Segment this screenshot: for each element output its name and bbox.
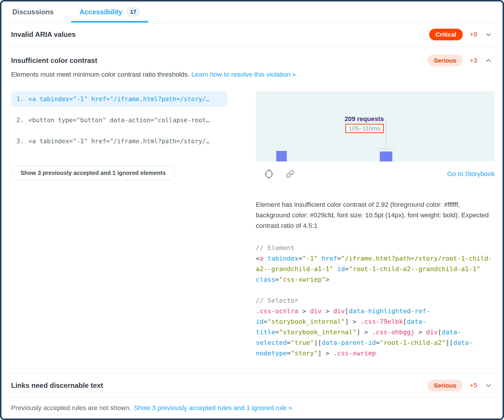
go-to-storybook-link[interactable]: Go to Storybook bbox=[447, 170, 495, 178]
extra-count: +3 bbox=[470, 57, 477, 64]
element-code-line: <a tabindex="-1" href="/iframe.html?path… bbox=[256, 253, 495, 285]
section-columns: 1. <a tabindex="-1" href="/iframe.html?p… bbox=[11, 91, 493, 359]
tooltip-pointer-line bbox=[386, 116, 386, 149]
tab-discussions-label: Discussions bbox=[12, 8, 53, 16]
element-code-section: // Element <a tabindex="-1" href="/ifram… bbox=[256, 243, 495, 285]
chevron-up-icon[interactable] bbox=[484, 56, 493, 65]
rule-description: Elements must meet minimum color contras… bbox=[11, 71, 493, 78]
rule-row-links-text[interactable]: Links need discernable text Serious +5 bbox=[1, 373, 503, 397]
accessibility-panel: Discussions Accessibility 17 Invalid ARI… bbox=[0, 0, 504, 420]
footer-text: Previously accepted rules are not shown. bbox=[11, 404, 131, 412]
critical-badge: Critical bbox=[429, 29, 463, 40]
severity-group: Serious +5 bbox=[427, 380, 493, 391]
serious-badge: Serious bbox=[427, 55, 463, 66]
extra-count: +5 bbox=[470, 382, 477, 389]
element-list-column: 1. <a tabindex="-1" href="/iframe.html?p… bbox=[11, 91, 227, 359]
section-header[interactable]: Insufficient color contrast Serious +3 bbox=[11, 47, 493, 68]
element-code: <button type="button" data-action="colla… bbox=[28, 117, 210, 124]
tab-bar: Discussions Accessibility 17 bbox=[1, 1, 503, 23]
show-accepted-button[interactable]: Show 3 previously accepted and 1 ignored… bbox=[11, 166, 175, 180]
story-preview: 209 requests 105–110ms bbox=[256, 91, 495, 161]
rule-title: Invalid ARIA values bbox=[11, 30, 76, 39]
element-list-item[interactable]: 2. <button type="button" data-action="co… bbox=[11, 112, 227, 128]
element-number: 3. bbox=[16, 138, 24, 145]
rule-description-text: Elements must meet minimum color contras… bbox=[11, 71, 189, 78]
chevron-down-icon[interactable] bbox=[484, 30, 493, 39]
footer: Previously accepted rules are not shown.… bbox=[1, 397, 503, 419]
element-comment: // Element bbox=[256, 243, 495, 253]
tooltip-title: 209 requests bbox=[256, 115, 384, 123]
accessibility-count-badge: 17 bbox=[126, 7, 140, 17]
extra-count: +9 bbox=[470, 31, 477, 38]
severity-group: Serious +3 bbox=[427, 55, 493, 66]
chart-bar bbox=[380, 152, 392, 161]
selector-code-section: // Selector .css-ocnlra > div > div[data… bbox=[256, 295, 495, 359]
chevron-down-icon[interactable] bbox=[484, 381, 493, 390]
rule-title: Links need discernable text bbox=[11, 381, 103, 390]
rule-title: Insufficient color contrast bbox=[11, 56, 97, 65]
learn-how-link[interactable]: Learn how to resolve this violation » bbox=[191, 71, 296, 78]
selector-comment: // Selector bbox=[256, 295, 495, 306]
violation-detail-column: 209 requests 105–110ms bbox=[256, 91, 495, 359]
preview-toolbar: Go to Storybook bbox=[256, 169, 495, 179]
severity-group: Critical +9 bbox=[429, 29, 493, 40]
element-list-item[interactable]: 1. <a tabindex="-1" href="/iframe.html?p… bbox=[11, 91, 227, 107]
section-color-contrast: Insufficient color contrast Serious +3 E… bbox=[1, 47, 503, 373]
highlighted-violation-element: 105–110ms bbox=[345, 124, 384, 133]
violation-code-block: // Element <a tabindex="-1" href="/ifram… bbox=[256, 243, 495, 359]
element-list-item[interactable]: 3. <a tabindex="-1" href="/iframe.html?p… bbox=[11, 133, 227, 149]
chart-bar bbox=[276, 151, 287, 161]
tab-discussions[interactable]: Discussions bbox=[11, 1, 55, 22]
crosshair-icon[interactable] bbox=[264, 169, 274, 179]
link-icon[interactable] bbox=[285, 169, 295, 179]
tab-accessibility-label: Accessibility bbox=[79, 8, 122, 16]
rule-row-invalid-aria[interactable]: Invalid ARIA values Critical +9 bbox=[1, 23, 503, 47]
element-number: 2. bbox=[16, 117, 24, 124]
element-code: <a tabindex="-1" href="/iframe.html?path… bbox=[28, 96, 210, 103]
violation-detail-text: Element has insufficient color contrast … bbox=[256, 199, 495, 231]
tab-accessibility[interactable]: Accessibility 17 bbox=[71, 1, 148, 22]
element-number: 1. bbox=[16, 96, 24, 103]
show-accepted-rules-link[interactable]: Show 3 previously accepted rules and 1 i… bbox=[134, 404, 292, 412]
element-code: <a tabindex="-1" href="/iframe.html?path… bbox=[28, 138, 210, 145]
bar-cap bbox=[378, 148, 394, 149]
serious-badge: Serious bbox=[427, 380, 463, 391]
selector-code-line: .css-ocnlra > div > div[data-highlighted… bbox=[256, 306, 495, 359]
preview-tooltip: 209 requests 105–110ms bbox=[256, 115, 384, 133]
